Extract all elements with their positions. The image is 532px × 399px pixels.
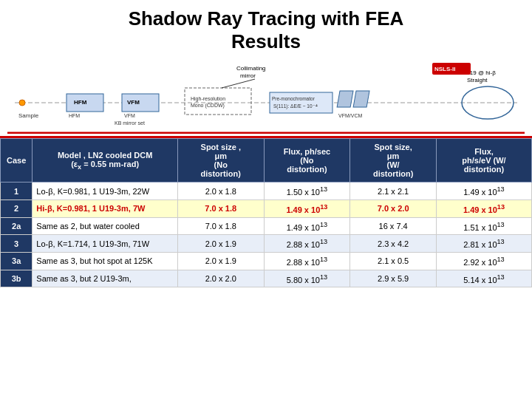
cell-flux1: 2.88 x 1013 <box>264 253 350 270</box>
table-row: 3 Lo-β, K=1.714, 1 U19-3m, 71W 2.0 x 1.9… <box>1 235 532 253</box>
cell-case: 2a <box>1 217 33 235</box>
table-area: Case Model , LN2 cooled DCM(εx = 0.55 nm… <box>0 138 532 399</box>
cell-flux2: 1.49 x 1013 <box>436 200 531 218</box>
table-header-row: Case Model , LN2 cooled DCM(εx = 0.55 nm… <box>1 139 532 183</box>
cell-spot2: 2.1 x 0.5 <box>350 253 437 270</box>
cell-spot1: 7.0 x 1.8 <box>177 200 264 218</box>
svg-rect-20 <box>353 91 369 107</box>
svg-line-15 <box>222 79 255 88</box>
cell-flux1: 2.88 x 1013 <box>264 235 350 253</box>
cell-flux2: 1.49 x 1013 <box>436 183 531 200</box>
svg-text:Sample: Sample <box>18 112 39 119</box>
cell-flux1: 1.49 x 1013 <box>264 217 350 235</box>
header-flux1: Flux, ph/sec(Nodistortion) <box>264 139 350 183</box>
title-line1: Shadow Ray Tracing with FEA <box>129 7 404 30</box>
cell-flux2: 2.92 x 1013 <box>436 253 531 270</box>
svg-text:Straight: Straight <box>467 77 488 83</box>
cell-spot2: 7.0 x 2.0 <box>350 200 437 218</box>
header-spot1: Spot size ,μm(Nodistortion) <box>177 139 264 183</box>
cell-spot2: 2.9 x 5.9 <box>350 270 437 287</box>
cell-spot1: 2.0 x 1.8 <box>177 183 264 200</box>
cell-case: 1 <box>1 183 33 200</box>
cell-spot2: 2.1 x 2.1 <box>350 183 437 200</box>
header-case: Case <box>1 139 33 183</box>
svg-text:High-resolution: High-resolution <box>191 96 225 102</box>
cell-model: Same as 2, but water cooled <box>33 217 178 235</box>
table-row: 3b Same as 3, but 2 U19-3m, 2.0 x 2.0 5.… <box>1 270 532 287</box>
cell-flux2: 2.81 x 1013 <box>436 235 531 253</box>
cell-flux1: 5.80 x 1013 <box>264 270 350 287</box>
svg-text:Pre-monochromator: Pre-monochromator <box>272 96 316 101</box>
svg-rect-10 <box>185 88 251 115</box>
table-row: 2a Same as 2, but water cooled 7.0 x 1.8… <box>1 217 532 235</box>
cell-flux1: 1.50 x 1013 <box>264 183 350 200</box>
title-line2: Results <box>231 30 301 52</box>
svg-text:mirror: mirror <box>240 72 256 79</box>
svg-text:Mono (CDDW): Mono (CDDW) <box>191 103 225 109</box>
cell-model: Lo-β, K=0.981, 1 U19-3m, 22W <box>33 183 178 200</box>
svg-text:VFM: VFM <box>127 99 140 106</box>
title-area: Shadow Ray Tracing with FEA Results <box>0 0 532 57</box>
cell-model: Same as 3, but hot spot at 125K <box>33 253 178 270</box>
cell-case: 3 <box>1 235 33 253</box>
cell-spot1: 2.0 x 2.0 <box>177 270 264 287</box>
svg-text:VFM/VCM: VFM/VCM <box>338 113 362 118</box>
beamline-diagram: Sample HFM HFM VFM VFM KB mirror set Hig… <box>7 60 525 134</box>
svg-text:HFM: HFM <box>69 113 80 118</box>
cell-spot1: 2.0 x 1.9 <box>177 235 264 253</box>
cell-spot1: 2.0 x 1.9 <box>177 253 264 270</box>
cell-model: Hi-β, K=0.981, 1 U19-3m, 7W <box>33 200 178 218</box>
table-row: 3a Same as 3, but hot spot at 125K 2.0 x… <box>1 253 532 270</box>
header-flux2: Flux,ph/s/eV (W/distortion) <box>436 139 531 183</box>
cell-spot2: 16 x 7.4 <box>350 217 437 235</box>
svg-text:NSLS-II: NSLS-II <box>434 66 455 72</box>
svg-text:VFM: VFM <box>124 113 135 118</box>
svg-rect-19 <box>337 91 353 107</box>
results-table: Case Model , LN2 cooled DCM(εx = 0.55 nm… <box>0 138 532 287</box>
page-container: Shadow Ray Tracing with FEA Results Samp… <box>0 0 532 399</box>
cell-flux2: 1.51 x 1013 <box>436 217 531 235</box>
svg-point-2 <box>19 100 25 106</box>
table-body: 1 Lo-β, K=0.981, 1 U19-3m, 22W 2.0 x 1.8… <box>1 183 532 287</box>
cell-case: 3b <box>1 270 33 287</box>
cell-case: 3a <box>1 253 33 270</box>
svg-text:HFM: HFM <box>74 99 87 106</box>
svg-text:Collimating: Collimating <box>236 65 266 72</box>
diagram-area: Sample HFM HFM VFM VFM KB mirror set Hig… <box>0 57 532 138</box>
svg-text:S(111): ΔE/E ~ 10⁻⁴: S(111): ΔE/E ~ 10⁻⁴ <box>273 103 318 109</box>
svg-text:KB mirror set: KB mirror set <box>115 120 145 126</box>
table-row: 2 Hi-β, K=0.981, 1 U19-3m, 7W 7.0 x 1.8 … <box>1 200 532 218</box>
table-row: 1 Lo-β, K=0.981, 1 U19-3m, 22W 2.0 x 1.8… <box>1 183 532 200</box>
cell-flux1: 1.49 x 1013 <box>264 200 350 218</box>
cell-model: Lo-β, K=1.714, 1 U19-3m, 71W <box>33 235 178 253</box>
header-spot2: Spot size,μm(W/distortion) <box>350 139 437 183</box>
cell-flux2: 5.14 x 1013 <box>436 270 531 287</box>
page-title: Shadow Ray Tracing with FEA Results <box>7 7 525 53</box>
diagram-inner: Sample HFM HFM VFM VFM KB mirror set Hig… <box>0 57 532 136</box>
cell-spot1: 7.0 x 1.8 <box>177 217 264 235</box>
cell-case: 2 <box>1 200 33 218</box>
cell-model: Same as 3, but 2 U19-3m, <box>33 270 178 287</box>
header-model: Model , LN2 cooled DCM(εx = 0.55 nm-rad) <box>33 139 178 183</box>
cell-spot2: 2.3 x 4.2 <box>350 235 437 253</box>
